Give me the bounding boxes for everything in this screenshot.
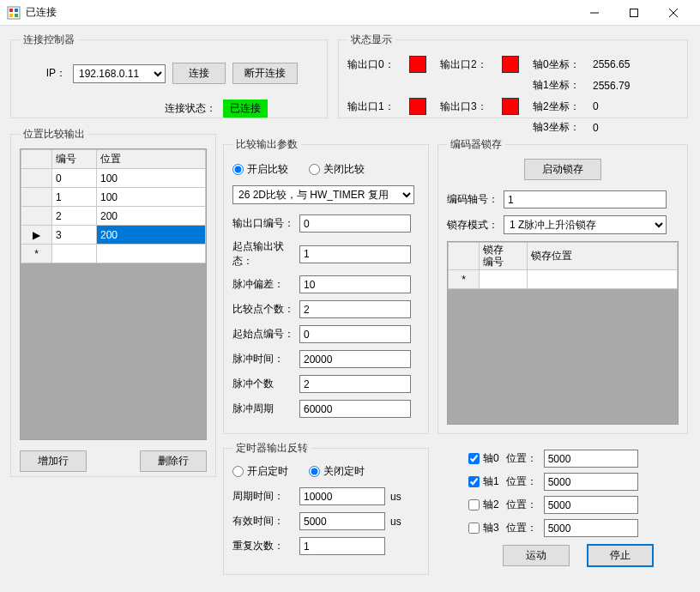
table-row-new[interactable]: * xyxy=(21,245,206,263)
add-row-button[interactable]: 增加行 xyxy=(20,450,87,472)
pos-col-index: 编号 xyxy=(52,150,97,169)
stop-button[interactable]: 停止 xyxy=(587,544,654,567)
table-row[interactable]: 0 100 xyxy=(21,169,206,188)
pos1-input[interactable] xyxy=(544,473,638,491)
axis2-label: 轴2坐标： xyxy=(533,100,588,114)
connect-button[interactable]: 连接 xyxy=(172,63,226,84)
run-button[interactable]: 运动 xyxy=(503,545,570,566)
maximize-button[interactable] xyxy=(614,0,654,26)
latch-axis-input[interactable] xyxy=(504,190,667,208)
pos3-input[interactable] xyxy=(544,519,638,537)
axis2-value: 0 xyxy=(593,100,653,112)
axis0-label: 轴0坐标： xyxy=(533,57,588,72)
axis3-label: 轴3坐标： xyxy=(533,120,588,135)
title-bar: 已连接 xyxy=(0,0,700,26)
axis0-check[interactable]: 轴0 xyxy=(468,451,499,466)
row-selected-marker: ▶ xyxy=(21,226,52,245)
valid-label: 有效时间： xyxy=(232,514,299,529)
period-input[interactable] xyxy=(299,487,385,505)
svg-rect-3 xyxy=(9,14,13,17)
latch-legend: 编码器锁存 xyxy=(447,137,505,152)
pos2-input[interactable] xyxy=(544,496,638,514)
pos-label-0: 位置： xyxy=(506,451,537,466)
latch-axis-label: 编码轴号： xyxy=(447,192,504,207)
period-unit: us xyxy=(390,491,401,503)
out2-indicator xyxy=(502,56,519,73)
table-row-new[interactable]: * xyxy=(449,270,678,289)
row-new-marker: * xyxy=(449,270,480,289)
svg-rect-4 xyxy=(15,14,18,17)
axis0-value: 2556.65 xyxy=(593,58,653,70)
pos-col-pos: 位置 xyxy=(97,150,206,169)
pulse-count-input[interactable] xyxy=(299,375,411,393)
minimize-button[interactable] xyxy=(575,0,614,26)
start-state-label: 起点输出状态： xyxy=(232,239,299,269)
connection-group: 连接控制器 IP： 192.168.0.11 连接 断开连接 连接状态： 已连接 xyxy=(10,33,328,118)
axis3-check[interactable]: 轴3 xyxy=(468,521,499,535)
axis2-check[interactable]: 轴2 xyxy=(468,498,499,512)
pos0-input[interactable] xyxy=(544,450,638,468)
motion-panel: 轴0 位置： 轴1 位置： 轴2 位置： 轴3 位置： 运动 停止 xyxy=(468,450,688,567)
conn-status-value: 已连接 xyxy=(223,100,268,118)
timer-on-radio[interactable]: 开启定时 xyxy=(232,464,288,479)
pos-table-group: 位置比较输出 编号 位置 0 100 xyxy=(10,127,216,477)
repeat-label: 重复次数： xyxy=(232,539,299,553)
svg-rect-2 xyxy=(15,9,18,12)
status-group: 状态显示 输出口0： 输出口2： 轴0坐标： 2556.65 轴1坐标： 255… xyxy=(338,33,688,118)
out0-indicator xyxy=(409,56,426,73)
pulse-offset-input[interactable] xyxy=(299,275,411,293)
close-button[interactable] xyxy=(654,0,693,26)
axis1-check[interactable]: 轴1 xyxy=(468,474,499,489)
compare-on-radio[interactable]: 开启比较 xyxy=(232,162,288,177)
ip-combo[interactable]: 192.168.0.11 xyxy=(73,64,166,83)
status-legend: 状态显示 xyxy=(347,33,395,47)
start-latch-button[interactable]: 启动锁存 xyxy=(524,159,601,180)
pulse-period-input[interactable] xyxy=(299,400,411,418)
pos-label-3: 位置： xyxy=(506,521,537,535)
ip-label: IP： xyxy=(20,66,66,81)
start-state-input[interactable] xyxy=(299,245,411,263)
out-index-input[interactable] xyxy=(299,214,411,233)
pulse-time-label: 脉冲时间： xyxy=(232,352,299,366)
point-count-input[interactable] xyxy=(299,300,411,318)
disconnect-button[interactable]: 断开连接 xyxy=(232,63,298,84)
out3-indicator xyxy=(502,98,519,115)
timer-off-radio[interactable]: 关闭定时 xyxy=(309,464,365,479)
table-row[interactable]: ▶ 3 200 xyxy=(21,226,206,245)
latch-grid-header: 锁存 编号 锁存位置 xyxy=(449,243,678,270)
latch-col-pos: 锁存位置 xyxy=(528,243,678,270)
latch-mode-combo[interactable]: 1 Z脉冲上升沿锁存 xyxy=(504,215,667,234)
pos-label-2: 位置： xyxy=(506,498,537,512)
pulse-offset-label: 脉冲偏差： xyxy=(232,277,299,292)
valid-input[interactable] xyxy=(299,512,385,530)
period-label: 周期时间： xyxy=(232,489,299,504)
timer-legend: 定时器输出反转 xyxy=(232,441,311,456)
start-point-label: 起始点编号： xyxy=(232,327,299,341)
axis1-label: 轴1坐标： xyxy=(533,78,588,93)
del-row-button[interactable]: 删除行 xyxy=(140,450,207,472)
repeat-input[interactable] xyxy=(299,537,385,555)
row-new-marker: * xyxy=(21,245,52,263)
compare-mode-combo[interactable]: 26 2D比较，与 HW_TIMER 复用 xyxy=(232,185,414,204)
svg-rect-6 xyxy=(631,9,638,16)
axis3-value: 0 xyxy=(593,122,653,134)
pulse-count-label: 脉冲个数 xyxy=(232,377,299,391)
table-row[interactable]: 1 100 xyxy=(21,188,206,207)
table-row[interactable]: 2 200 xyxy=(21,207,206,226)
compare-off-radio[interactable]: 关闭比较 xyxy=(309,162,365,177)
latch-col-index: 锁存 编号 xyxy=(480,243,528,270)
window-title: 已连接 xyxy=(26,5,575,20)
out1-indicator xyxy=(409,98,426,115)
latch-group: 编码器锁存 启动锁存 编码轴号： 锁存模式： 1 Z脉冲上升沿锁存 锁存 编号 … xyxy=(438,137,688,434)
pulse-time-input[interactable] xyxy=(299,350,411,368)
latch-grid[interactable]: 锁存 编号 锁存位置 * xyxy=(447,241,679,425)
pulse-period-label: 脉冲周期 xyxy=(232,402,299,416)
out-index-label: 输出口编号： xyxy=(232,216,299,231)
latch-mode-label: 锁存模式： xyxy=(447,218,504,233)
compare-group: 比较输出参数 开启比较 关闭比较 26 2D比较，与 HW_TIMER 复用 输… xyxy=(223,137,429,434)
start-point-input[interactable] xyxy=(299,325,411,343)
out3-label: 输出口3： xyxy=(440,100,497,114)
point-count-label: 比较点个数： xyxy=(232,302,299,317)
axis1-value: 2556.79 xyxy=(593,80,653,92)
pos-grid[interactable]: 编号 位置 0 100 1 100 xyxy=(20,148,207,440)
